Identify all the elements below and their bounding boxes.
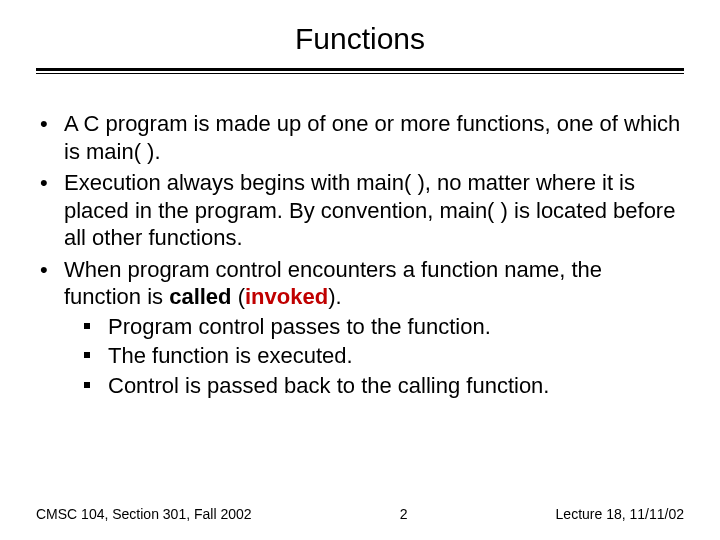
bullet-text: ( xyxy=(232,284,245,309)
bullet-text: Execution always begins with main( ), no… xyxy=(64,170,675,250)
invoked-text: invoked xyxy=(245,284,328,309)
rule-thin xyxy=(36,73,684,74)
sub-bullet-item: The function is executed. xyxy=(76,342,684,370)
footer-page-number: 2 xyxy=(400,506,408,522)
sub-bullet-item: Program control passes to the function. xyxy=(76,313,684,341)
content-area: A C program is made up of one or more fu… xyxy=(36,110,684,399)
rule-thick xyxy=(36,68,684,71)
title-rule xyxy=(36,68,684,74)
bullet-item: When program control encounters a functi… xyxy=(36,256,684,400)
sub-bullet-text: Control is passed back to the calling fu… xyxy=(108,373,549,398)
bullet-list: A C program is made up of one or more fu… xyxy=(36,110,684,399)
bullet-item: Execution always begins with main( ), no… xyxy=(36,169,684,252)
bullet-item: A C program is made up of one or more fu… xyxy=(36,110,684,165)
sub-bullet-text: Program control passes to the function. xyxy=(108,314,491,339)
sub-bullet-text: The function is executed. xyxy=(108,343,353,368)
bullet-text: A C program is made up of one or more fu… xyxy=(64,111,680,164)
footer-right: Lecture 18, 11/11/02 xyxy=(556,506,684,522)
bullet-text: ). xyxy=(328,284,341,309)
sub-bullet-item: Control is passed back to the calling fu… xyxy=(76,372,684,400)
slide-title: Functions xyxy=(36,22,684,56)
slide: Functions A C program is made up of one … xyxy=(0,0,720,540)
footer: CMSC 104, Section 301, Fall 2002 2 Lectu… xyxy=(0,506,720,522)
footer-left: CMSC 104, Section 301, Fall 2002 xyxy=(36,506,252,522)
bold-called: called xyxy=(169,284,231,309)
sub-bullet-list: Program control passes to the function. … xyxy=(64,313,684,400)
